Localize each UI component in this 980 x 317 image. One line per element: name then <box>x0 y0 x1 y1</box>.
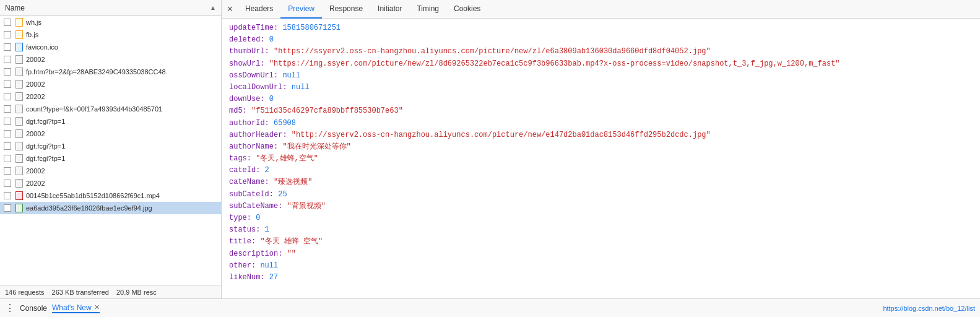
json-line: status: 1 <box>229 224 973 236</box>
json-key: downUse: <box>229 95 269 103</box>
file-type-icon <box>15 117 24 126</box>
json-key: thumbUrl: <box>229 47 274 56</box>
json-key: localDownUrl: <box>229 83 292 92</box>
json-value: 65908 <box>274 119 296 128</box>
json-value: "" <box>287 250 296 258</box>
json-line: authorName: "我在时光深处等你" <box>229 141 973 153</box>
request-item[interactable]: wh.js <box>0 16 221 28</box>
request-name: 20002 <box>26 56 45 63</box>
request-item[interactable]: ea6add395a23f6e18026fbae1ec9ef94.jpg <box>0 202 221 214</box>
request-item[interactable]: 20002 <box>0 53 221 66</box>
request-name: 20202 <box>26 93 45 100</box>
request-item[interactable]: dgt.fcgi?tp=1 <box>0 115 221 128</box>
console-tab[interactable]: Console <box>20 304 47 313</box>
file-type-icon <box>15 204 24 212</box>
request-item[interactable]: dgt.fcgi?tp=1 <box>0 152 221 165</box>
tab-response[interactable]: Response <box>322 0 370 19</box>
request-item[interactable]: 20202 <box>0 90 221 103</box>
request-name: favicon.ico <box>26 43 58 51</box>
request-checkbox[interactable] <box>4 93 11 100</box>
request-checkbox[interactable] <box>4 19 11 26</box>
request-item[interactable]: 20202 <box>0 177 221 189</box>
tab-headers[interactable]: Headers <box>238 0 280 19</box>
file-type-icon <box>15 142 24 150</box>
json-key: subCateName: <box>229 202 287 211</box>
json-line: updateTime: 1581580671251 <box>229 22 973 34</box>
request-checkbox[interactable] <box>4 180 11 187</box>
file-type-icon <box>15 191 24 200</box>
request-item[interactable]: 20002 <box>0 78 221 90</box>
request-checkbox[interactable] <box>4 105 11 113</box>
json-line: localDownUrl: null <box>229 82 973 93</box>
json-key: authorId: <box>229 119 274 128</box>
request-checkbox[interactable] <box>4 80 11 88</box>
json-line: downUse: 0 <box>229 93 973 105</box>
request-checkbox[interactable] <box>4 68 11 76</box>
json-line: authorHeader: "http://ssyerv2.oss-cn-han… <box>229 129 973 141</box>
file-type-icon <box>15 167 24 175</box>
json-value: "https://img.ssyer.com/picture/new/zl/8d… <box>269 59 840 68</box>
requests-count: 146 requests <box>5 289 45 296</box>
json-key: other: <box>229 261 260 270</box>
request-item[interactable]: 20002 <box>0 165 221 177</box>
json-key: type: <box>229 214 256 222</box>
json-line: subCateName: "背景视频" <box>229 201 973 212</box>
json-key: deleted: <box>229 35 269 44</box>
request-item[interactable]: fp.htm?br=2&fp=28ABE3249C49335038CC48. <box>0 66 221 78</box>
request-checkbox[interactable] <box>4 43 11 51</box>
request-checkbox[interactable] <box>4 130 11 137</box>
json-value: "http://ssyerv2.oss-cn-hangzhou.aliyuncs… <box>292 131 711 139</box>
request-item[interactable]: dgt.fcgi?tp=1 <box>0 140 221 152</box>
file-type-icon <box>15 105 24 113</box>
request-checkbox[interactable] <box>4 204 11 212</box>
request-item[interactable]: fb.js <box>0 28 221 41</box>
json-value: "冬天,雄蜂,空气" <box>256 154 318 163</box>
tab-timing[interactable]: Timing <box>409 0 446 19</box>
request-name: 00145b1ce55ab1db5152d108662f69c1.mp4 <box>26 192 160 199</box>
tab-initiator[interactable]: Initiator <box>370 0 409 19</box>
request-item[interactable]: count?type=f&k=00f17a49393d44b30485701 <box>0 103 221 115</box>
json-line: tags: "冬天,雄蜂,空气" <box>229 153 973 165</box>
json-value: "f511d35c46297cfa89bbff85530b7e63" <box>251 106 403 115</box>
request-item[interactable]: 20002 <box>0 128 221 140</box>
json-value: null <box>292 83 310 92</box>
request-checkbox[interactable] <box>4 56 11 63</box>
tab-cookies[interactable]: Cookies <box>446 0 488 19</box>
request-checkbox[interactable] <box>4 192 11 199</box>
whats-new-tab[interactable]: What's New ✕ <box>52 303 100 313</box>
more-tools-button[interactable]: ⋮ <box>5 303 15 313</box>
request-name: 20002 <box>26 167 45 175</box>
json-line: subCateId: 25 <box>229 189 973 201</box>
request-checkbox[interactable] <box>4 155 11 162</box>
panel-close-button[interactable]: ✕ <box>224 4 235 15</box>
json-key: likeNum: <box>229 273 269 282</box>
json-key: description: <box>229 250 287 258</box>
request-item[interactable]: favicon.ico <box>0 41 221 53</box>
json-line: thumbUrl: "https://ssyerv2.oss-cn-hangzh… <box>229 46 973 58</box>
request-checkbox[interactable] <box>4 167 11 175</box>
tabs-container: HeadersPreviewResponseInitiatorTimingCoo… <box>238 0 488 19</box>
file-type-icon <box>15 55 24 64</box>
json-value: 1581580671251 <box>282 24 340 32</box>
request-name: dgt.fcgi?tp=1 <box>26 142 65 150</box>
name-column-header: Name <box>5 4 25 12</box>
request-list[interactable]: wh.jsfb.jsfavicon.ico20002fp.htm?br=2&fp… <box>0 16 221 285</box>
bottom-left: ⋮ Console What's New ✕ <box>5 303 100 313</box>
json-value: "冬天 雄蜂 空气" <box>260 237 323 246</box>
json-value: null <box>260 261 278 270</box>
whats-new-close-button[interactable]: ✕ <box>94 303 100 311</box>
json-key: showUrl: <box>229 59 269 68</box>
file-type-icon <box>15 67 24 76</box>
json-line: authorId: 65908 <box>229 118 973 129</box>
json-value: 0 <box>256 214 260 222</box>
json-line: description: "" <box>229 248 973 260</box>
request-checkbox[interactable] <box>4 142 11 150</box>
request-checkbox[interactable] <box>4 118 11 125</box>
json-value: 0 <box>269 95 274 103</box>
json-key: cateId: <box>229 166 265 175</box>
request-item[interactable]: 00145b1ce55ab1db5152d108662f69c1.mp4 <box>0 189 221 202</box>
tab-preview[interactable]: Preview <box>280 0 322 19</box>
scroll-up-arrow[interactable]: ▲ <box>210 4 216 11</box>
request-checkbox[interactable] <box>4 31 11 38</box>
json-key: cateName: <box>229 178 274 186</box>
